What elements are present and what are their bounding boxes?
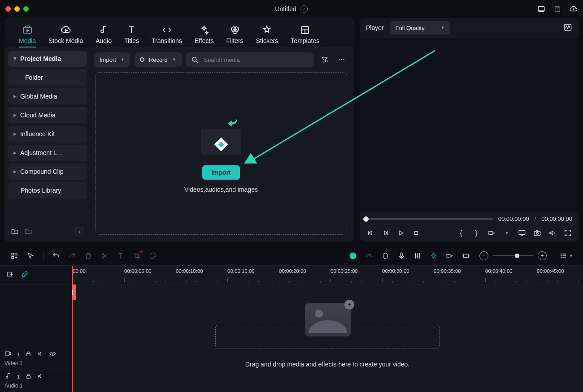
chevron-down-icon: ▶ [13,57,17,60]
tab-media[interactable]: Media [13,22,42,47]
mic-icon[interactable] [397,251,406,260]
player-controls: { } ▼ [360,226,579,242]
ruler-tick: 00:00:35:00 [434,268,461,274]
mark-out-button[interactable]: } [472,228,481,237]
sidebar-compound-clip[interactable]: ▶ Compound Clip [8,164,87,180]
record-dropdown[interactable]: Record ▼ [135,52,182,67]
crop-button[interactable] [132,251,141,260]
close-window-button[interactable] [5,6,11,12]
snap-icon[interactable] [429,251,438,260]
link-tracks-icon[interactable] [21,270,29,280]
tab-filters[interactable]: Filters [220,22,249,47]
mute-icon[interactable] [37,373,44,381]
color-button[interactable] [148,251,157,260]
aspect-chevron-icon: ▼ [502,228,511,237]
display-button[interactable] [518,228,526,237]
ripple-icon[interactable] [445,251,454,260]
tab-stickers[interactable]: Stickers [250,22,285,47]
more-button[interactable] [335,53,348,66]
window-titlebar: Untitled ✓ [0,0,583,18]
lock-icon[interactable] [25,373,32,381]
add-media-button[interactable]: + [344,300,354,310]
sidebar-photos-library[interactable]: Photos Library [8,182,87,198]
speedometer-icon[interactable] [365,251,374,260]
new-folder-icon[interactable] [11,227,19,237]
collapse-sidebar-button[interactable]: ‹ [74,227,84,237]
zoom-out-button[interactable]: − [479,251,488,260]
split-button[interactable] [100,251,109,260]
svg-line-14 [196,61,198,63]
add-marker-icon[interactable] [10,251,19,260]
ruler-tick: 00:00:30:00 [382,268,409,274]
window-controls [5,6,29,12]
search-input[interactable] [203,56,309,64]
maximize-window-button[interactable] [23,6,29,12]
svg-rect-44 [447,254,450,257]
audio-mixer-icon[interactable] [413,251,422,260]
select-tool-icon[interactable] [26,251,35,260]
sidebar-folder[interactable]: Folder [8,69,87,86]
sidebar-adjustment-layer[interactable]: ▶ Adjustment L… [8,145,87,161]
text-button[interactable] [116,251,125,260]
player-viewport[interactable] [360,38,579,212]
track-head-audio[interactable]: 1 Audio 1 [0,370,72,392]
sidebar-influence-kit[interactable]: ▶ Influence Kit [8,126,87,142]
sidebar-global-media[interactable]: ▶ Global Media [8,88,87,104]
timeline-dropzone[interactable] [215,325,439,349]
sidebar-project-media[interactable]: ▶ Project Media [8,51,87,67]
import-button[interactable]: Import [202,165,240,180]
stop-button[interactable] [412,228,421,237]
import-dropdown[interactable]: Import ▼ [94,52,130,67]
svg-rect-52 [8,272,12,276]
dropzone-caption: Videos,audios,and images [184,186,258,193]
search-media[interactable] [186,52,314,67]
layout-icon[interactable] [537,5,545,13]
aspect-menu[interactable] [487,228,496,237]
lock-icon[interactable] [25,350,32,358]
track-badge: 1 [17,374,20,379]
tab-effects[interactable]: Effects [188,22,220,47]
cloud-upload-icon[interactable] [570,5,578,13]
mute-icon[interactable] [37,350,44,358]
mark-in-button[interactable]: { [457,228,466,237]
tab-templates[interactable]: Templates [284,22,326,47]
redo-button[interactable] [68,251,77,260]
filter-button[interactable] [318,53,331,66]
tab-titles[interactable]: Titles [118,22,145,47]
fullscreen-button[interactable] [563,228,572,237]
next-frame-button[interactable] [381,228,390,237]
marker-icon[interactable] [381,251,390,260]
ai-button[interactable] [348,251,357,260]
timeline-canvas[interactable]: 00:0000:00:05:0000:00:10:0000:00:15:0000… [72,266,583,392]
prev-frame-button[interactable] [366,228,375,237]
ruler-tick: 00:00:05:00 [124,268,152,274]
chevron-down-icon: ▼ [121,57,125,62]
zoom-slider[interactable] [493,255,533,256]
seek-slider[interactable] [366,218,493,220]
svg-point-39 [350,253,357,259]
track-head-video[interactable]: 1 Video 1 [0,347,72,370]
snapshot-button[interactable] [533,228,542,237]
quality-select[interactable]: Full Quality ▼ [390,21,450,34]
tab-audio[interactable]: Audio [89,22,118,47]
timeline-ruler[interactable]: 00:0000:00:05:0000:00:10:0000:00:15:0000… [72,266,583,284]
add-track-icon[interactable] [6,270,14,280]
delete-button[interactable] [84,251,93,260]
media-dropzone[interactable]: Import Videos,audios,and images [95,72,347,235]
eye-icon[interactable] [49,350,56,358]
delete-folder-icon[interactable] [24,227,32,237]
play-button[interactable] [396,228,405,237]
ruler-tick: 00:00:25:00 [331,268,358,274]
svg-rect-45 [464,254,469,258]
save-icon[interactable] [553,5,561,13]
fit-icon[interactable] [461,251,470,260]
zoom-in-button[interactable]: + [538,251,547,260]
undo-button[interactable] [52,251,61,260]
view-toggle-button[interactable]: ▼ [559,252,573,260]
minimize-window-button[interactable] [14,6,20,12]
tab-stock-media[interactable]: Stock Media [42,22,89,47]
volume-button[interactable] [548,228,557,237]
sidebar-cloud-media[interactable]: ▶ Cloud Media [8,107,87,123]
waveform-icon[interactable] [563,23,572,33]
tab-transitions[interactable]: Transitions [145,22,188,47]
